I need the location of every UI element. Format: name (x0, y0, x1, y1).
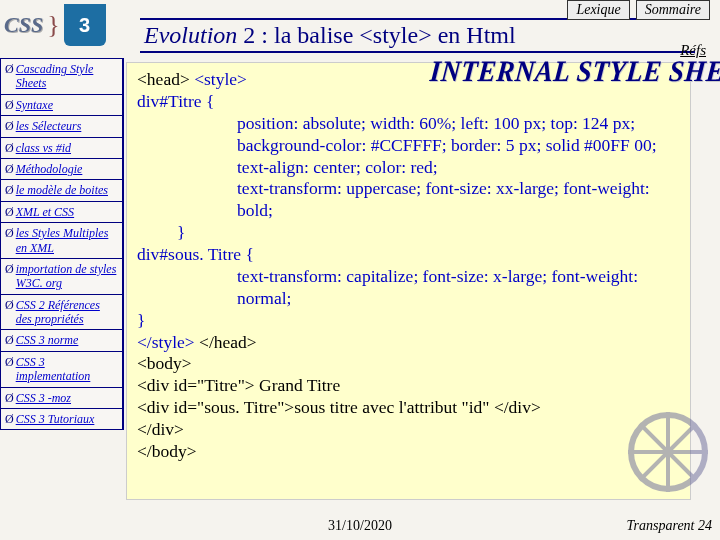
code-line: div#Titre { (137, 91, 680, 113)
sidebar-item-css3-norme[interactable]: ØCSS 3 norme (0, 330, 123, 351)
banner-text: INTERNAL STYLE SHEET (429, 54, 720, 88)
lexique-button[interactable]: Lexique (567, 0, 629, 20)
chevron-right-icon: Ø (5, 119, 14, 133)
chevron-right-icon: Ø (5, 62, 14, 76)
sommaire-button[interactable]: Sommaire (636, 0, 710, 20)
chevron-right-icon: Ø (5, 98, 14, 112)
sidebar-item-css3-moz[interactable]: ØCSS 3 -moz (0, 388, 123, 409)
code-line: div#sous. Titre { (137, 244, 680, 266)
sidebar-item-css2-ref[interactable]: ØCSS 2 Références des propriétés (0, 295, 123, 331)
sidebar-item-syntaxe[interactable]: ØSyntaxe (0, 95, 123, 116)
ship-wheel-icon (628, 412, 708, 492)
sidebar-item-selecteurs[interactable]: Øles Sélecteurs (0, 116, 123, 137)
sidebar-item-css3-impl[interactable]: ØCSS 3 implementation (0, 352, 123, 388)
code-line: text-transform: uppercase; font-size: xx… (237, 178, 680, 222)
code-line: </body> (137, 441, 680, 463)
chevron-right-icon: Ø (5, 391, 14, 405)
code-line: <head> (137, 69, 194, 89)
footer-page: Transparent 24 (627, 518, 712, 534)
code-line: </style> (137, 332, 195, 352)
css3-shield-icon: 3 (64, 4, 106, 46)
sidebar-item-xml-css[interactable]: ØXML et CSS (0, 202, 123, 223)
sidebar-item-styles-xml[interactable]: Øles Styles Multiples en XML (0, 223, 123, 259)
sidebar-item-methodologie[interactable]: ØMéthodologie (0, 159, 123, 180)
sidebar-item-class-id[interactable]: Øclass vs #id (0, 138, 123, 159)
sidebar-item-boites[interactable]: Øle modèle de boites (0, 180, 123, 201)
chevron-right-icon: Ø (5, 298, 14, 312)
slide-title: Evolution 2 : la balise <style> en Html (140, 18, 695, 53)
chevron-right-icon: Ø (5, 262, 14, 276)
chevron-right-icon: Ø (5, 333, 14, 347)
code-line: </head> (195, 332, 257, 352)
code-line: <body> (137, 353, 680, 375)
code-line: text-align: center; color: red; (237, 157, 680, 179)
code-line: } (137, 310, 680, 332)
chevron-right-icon: Ø (5, 141, 14, 155)
code-line: text-transform: capitalize; font-size: x… (237, 266, 680, 310)
code-line: background-color: #CCFFFF; border: 5 px;… (237, 135, 680, 157)
chevron-right-icon: Ø (5, 183, 14, 197)
logo-area: CSS } 3 (4, 2, 134, 48)
code-line: </div> (137, 419, 680, 441)
code-line: <div id="sous. Titre">sous titre avec l'… (137, 397, 680, 419)
sidebar-item-css3-tuto[interactable]: ØCSS 3 Tutoriaux (0, 409, 123, 430)
chevron-right-icon: Ø (5, 226, 14, 240)
topbar: Lexique Sommaire (567, 0, 710, 20)
code-line: position: absolute; width: 60%; left: 10… (237, 113, 680, 135)
sidebar-item-css[interactable]: ØCascading Style Sheets (0, 58, 123, 95)
code-line: <style> (194, 69, 247, 89)
brace-icon: } (47, 10, 59, 40)
code-line: } (177, 222, 680, 244)
footer-date: 31/10/2020 (0, 518, 720, 534)
chevron-right-icon: Ø (5, 355, 14, 369)
sidebar-item-import[interactable]: Øimportation de styles W3C. org (0, 259, 123, 295)
css-text: CSS (4, 12, 43, 38)
chevron-right-icon: Ø (5, 205, 14, 219)
sidebar: ØCascading Style Sheets ØSyntaxe Øles Sé… (0, 58, 124, 430)
code-line: <div id="Titre"> Grand Titre (137, 375, 680, 397)
chevron-right-icon: Ø (5, 412, 14, 426)
chevron-right-icon: Ø (5, 162, 14, 176)
code-panel: <head> <style> div#Titre { position: abs… (126, 62, 691, 500)
